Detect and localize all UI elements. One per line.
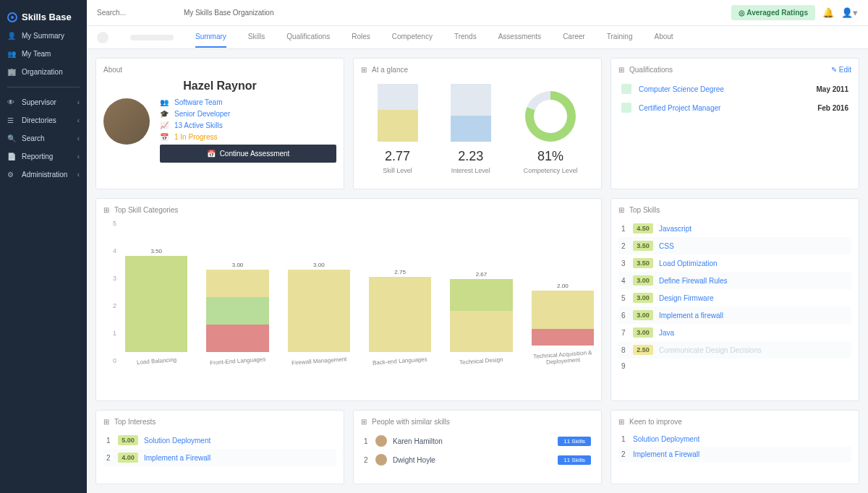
- person-link[interactable]: Karen Hamilton: [393, 437, 443, 445]
- qualification-row: Certified Project ManagerFeb 2016: [618, 98, 851, 117]
- bell-icon[interactable]: 🔔: [822, 7, 834, 18]
- profile-avatar: [103, 98, 150, 145]
- skill-link[interactable]: Javascript: [659, 225, 692, 233]
- skill-link[interactable]: Load Optimization: [659, 260, 718, 267]
- skill-score-badge: 3.00: [633, 275, 653, 286]
- glance-competency: 81%Competency Level: [524, 91, 578, 174]
- glance-interest-level: 2.23Interest Level: [451, 84, 491, 174]
- role-link[interactable]: Senior Developer: [174, 110, 230, 118]
- skeleton-placeholder: [130, 35, 174, 40]
- skill-count-pill: 11 Skills: [558, 437, 591, 446]
- progress-icon: 📅: [160, 133, 169, 141]
- skill-row: 53.00Design Firmware: [618, 289, 851, 306]
- continue-assessment-button[interactable]: 📅Continue Assessment: [160, 145, 336, 163]
- tab-summary[interactable]: Summary: [195, 27, 226, 48]
- tabs: SummarySkillsQualificationsRolesCompeten…: [87, 26, 868, 49]
- tab-skills[interactable]: Skills: [248, 27, 265, 48]
- tab-trends[interactable]: Trends: [454, 27, 477, 48]
- tab-competency[interactable]: Competency: [392, 27, 433, 48]
- tab-qualifications[interactable]: Qualifications: [286, 27, 330, 48]
- nav-divider: [7, 87, 80, 87]
- improve-link[interactable]: Solution Deployment: [633, 435, 699, 443]
- sidebar-item-reporting[interactable]: 📄Reporting: [0, 147, 87, 166]
- skill-row: 43.00Define Firewall Rules: [618, 272, 851, 289]
- skill-score-badge: 3.00: [633, 310, 653, 320]
- improve-row: 2Implement a Firewall: [618, 447, 851, 462]
- skill-row: 23.50CSS: [618, 237, 851, 254]
- person-row: 1Karen Hamilton11 Skills: [361, 432, 594, 450]
- tab-training[interactable]: Training: [607, 27, 633, 48]
- qualification-date: May 2011: [817, 85, 848, 93]
- skill-link[interactable]: Define Firewall Rules: [659, 277, 727, 285]
- about-title: About: [103, 66, 336, 74]
- tab-assessments[interactable]: Assessments: [498, 27, 541, 48]
- nav-icon: ☰: [7, 116, 16, 124]
- interest-link[interactable]: Implement a Firewall: [144, 454, 210, 462]
- person-avatar: [375, 454, 387, 466]
- improve-link[interactable]: Implement a Firewall: [633, 450, 699, 458]
- sidebar-item-administration[interactable]: ⚙Administration: [0, 166, 87, 184]
- sidebar-item-supervisor[interactable]: 👁Supervisor: [0, 93, 87, 111]
- bar-technical-acquisition-deployement: 2.00Technical Acquisition & Deployement: [532, 208, 594, 364]
- skill-row: 63.00Implement a firewall: [618, 306, 851, 324]
- sidebar-item-search[interactable]: 🔍Search: [0, 129, 87, 147]
- bar-load-balancing: 3.50Load Balancing: [125, 215, 187, 364]
- tab-roles[interactable]: Roles: [352, 27, 370, 48]
- glance-card: At a glance 2.77Skill Level2.23Interest …: [353, 58, 602, 189]
- nav-icon: 👥: [7, 50, 16, 58]
- donut-chart: [525, 91, 576, 142]
- tab-career[interactable]: Career: [563, 27, 585, 48]
- person-name: Hazel Raynor: [103, 80, 336, 93]
- interest-row: 15.00Solution Deployment: [103, 432, 336, 449]
- skill-link[interactable]: Communicate Design Decisions: [659, 346, 762, 354]
- logo-icon: [7, 12, 17, 22]
- skill-score-badge: 3.00: [633, 327, 653, 338]
- user-menu-icon[interactable]: 👤▾: [841, 7, 858, 18]
- nav-icon: 👁: [7, 98, 16, 106]
- similar-title: People with similar skills: [361, 418, 594, 426]
- role-icon: 🎓: [160, 110, 169, 118]
- similar-people-card: People with similar skills 1Karen Hamilt…: [353, 410, 602, 484]
- skill-score-badge: 4.50: [633, 223, 653, 233]
- skill-row: 9: [618, 359, 851, 374]
- app-logo[interactable]: Skills Base: [0, 7, 87, 27]
- averaged-ratings-button[interactable]: ◎ Averaged Ratings: [731, 5, 815, 20]
- edit-qualifications-link[interactable]: ✎ Edit: [831, 66, 851, 74]
- person-avatar: [375, 435, 387, 447]
- chart-title: Top Skill Categories: [103, 206, 594, 214]
- qualifications-title: Qualifications: [629, 66, 673, 74]
- sidebar: Skills Base 👤My Summary👥My Team🏢Organiza…: [0, 0, 87, 493]
- qualification-link[interactable]: Certified Project Manager: [639, 104, 720, 112]
- sidebar-item-organization[interactable]: 🏢Organization: [0, 63, 87, 81]
- interest-link[interactable]: Solution Deployment: [144, 437, 210, 445]
- top-skill-categories-card: Top Skill Categories 543210 3.50Load Bal…: [95, 198, 602, 401]
- nav-icon: 👤: [7, 32, 16, 40]
- topbar: My Skills Base Organization ◎ Averaged R…: [87, 0, 868, 26]
- search-input[interactable]: [97, 9, 176, 17]
- sidebar-item-my-summary[interactable]: 👤My Summary: [0, 27, 87, 45]
- sidebar-item-directories[interactable]: ☰Directories: [0, 111, 87, 129]
- skills-link[interactable]: 13 Active Skills: [174, 121, 223, 129]
- skill-link[interactable]: Design Firmware: [659, 294, 714, 302]
- skill-link[interactable]: CSS: [659, 242, 674, 250]
- interest-row: 24.00Implement a Firewall: [103, 449, 336, 466]
- person-link[interactable]: Dwight Hoyle: [393, 456, 435, 464]
- team-link[interactable]: Software Team: [174, 98, 223, 106]
- skill-link[interactable]: Java: [659, 329, 674, 337]
- tab-about[interactable]: About: [654, 27, 673, 48]
- qualification-link[interactable]: Computer Science Degree: [639, 85, 724, 93]
- progress-text: 1 In Progress: [174, 133, 217, 141]
- skill-row: 33.50Load Optimization: [618, 254, 851, 272]
- nav-icon: 🏢: [7, 68, 16, 76]
- glance-skill-level: 2.77Skill Level: [378, 84, 418, 174]
- mini-bar: [451, 84, 491, 142]
- skill-score-badge: 3.50: [633, 258, 653, 268]
- skill-score-badge: 3.00: [633, 293, 653, 303]
- skills-icon: 📈: [160, 121, 169, 129]
- skill-link[interactable]: Implement a firewall: [659, 312, 723, 320]
- sidebar-item-my-team[interactable]: 👥My Team: [0, 45, 87, 63]
- qual-dot-icon: [621, 103, 631, 113]
- mini-bar: [378, 84, 418, 142]
- skill-row: 73.00Java: [618, 324, 851, 341]
- skill-score-badge: 3.50: [633, 241, 653, 251]
